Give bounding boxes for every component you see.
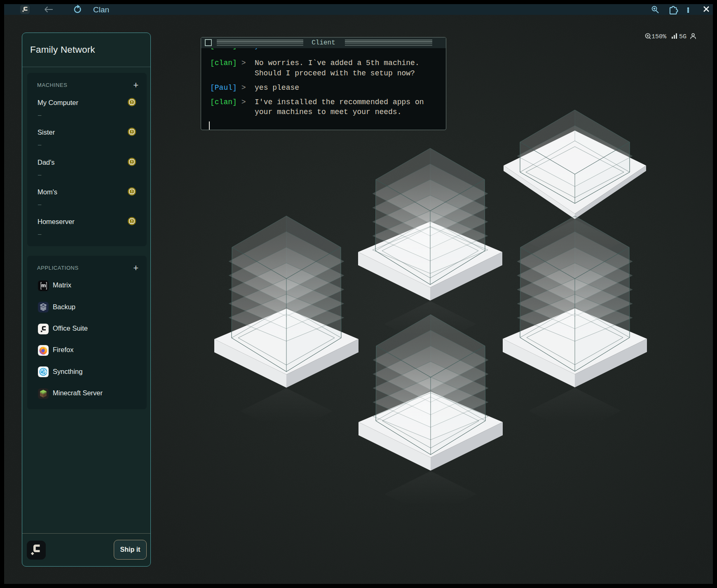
svg-text:5G: 5G [679,33,687,40]
svg-text:Clan: Clan [93,5,109,14]
svg-text:150%: 150% [651,33,667,40]
